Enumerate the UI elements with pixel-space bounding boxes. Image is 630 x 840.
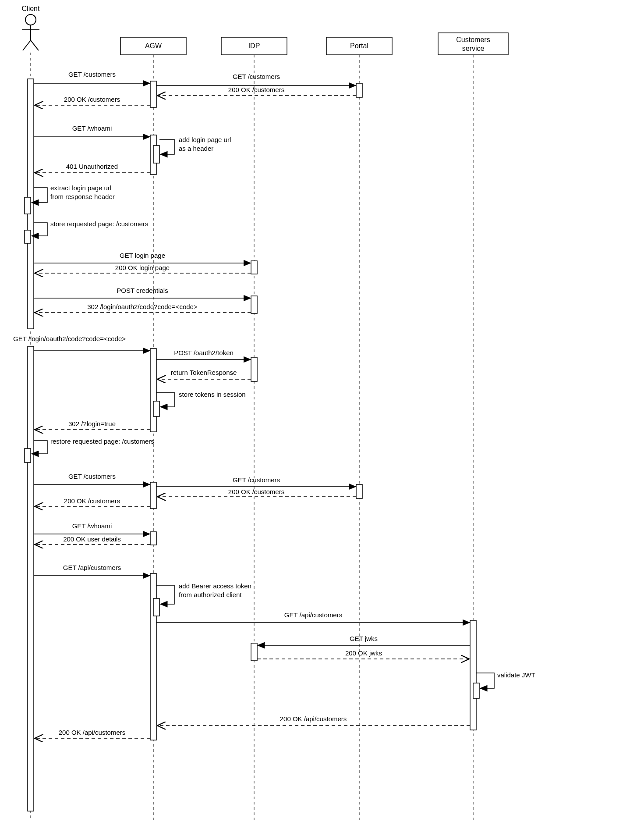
msg-200-jwks: 200 OK jwks <box>345 649 382 657</box>
activation-client-self-2 <box>25 230 31 243</box>
idp-label: IDP <box>248 42 260 50</box>
svg-line-3 <box>23 40 31 50</box>
activation-agw-1 <box>150 81 156 107</box>
msg-post-token: POST /oauth2/token <box>174 349 234 356</box>
portal-label: Portal <box>350 42 368 50</box>
msg-get-whoami-1: GET /whoami <box>72 125 112 132</box>
msg-add-login-b: as a header <box>179 145 213 152</box>
activation-client-self-3 <box>25 448 31 463</box>
msg-get-customers-1: GET /customers <box>68 71 116 78</box>
participant-idp: IDP <box>221 37 287 55</box>
msg-get-customers-3: GET /customers <box>68 473 116 480</box>
msg-get-customers-4: GET /customers <box>233 476 280 484</box>
activation-customers-self-1 <box>473 683 479 698</box>
participant-agw: AGW <box>120 37 186 55</box>
svg-line-4 <box>31 40 39 50</box>
msg-extract-b: from response header <box>50 193 115 200</box>
client-label: Client <box>22 5 40 12</box>
msg-add-login-a: add login page url <box>179 136 231 143</box>
msg-get-customers-2: GET /customers <box>233 73 280 80</box>
msg-store-tokens: store tokens in session <box>179 391 246 398</box>
participant-portal: Portal <box>326 37 392 55</box>
agw-label: AGW <box>145 42 162 50</box>
msg-store-req: store requested page: /customers <box>50 220 148 228</box>
participant-customers-service: Customers service <box>438 33 508 55</box>
activation-agw-self-2 <box>153 401 159 416</box>
msg-302-code: 302 /login/oauth2/code?code=<code> <box>87 303 198 310</box>
msg-bearer-b: from authorized client <box>179 591 242 598</box>
msg-get-api-cust: GET /api/customers <box>63 564 121 571</box>
activation-agw-3 <box>150 349 156 432</box>
msg-200-api-2: 200 OK /api/customers <box>59 729 126 736</box>
msg-401: 401 Unauthorized <box>66 163 118 170</box>
msg-200-customers-1: 200 OK /customers <box>228 86 284 93</box>
msg-get-jwks: GET jwks <box>350 635 378 642</box>
msg-bearer-a: add Bearer access token <box>179 582 251 590</box>
activation-agw-self-3 <box>153 598 159 616</box>
msg-200-customers-2: 200 OK /customers <box>64 96 120 103</box>
msg-validate-jwt: validate JWT <box>497 671 535 679</box>
activation-portal-2 <box>356 484 362 498</box>
msg-200-api-1: 200 OK /api/customers <box>280 715 347 723</box>
msg-200-customers-3: 200 OK /customers <box>228 488 284 495</box>
activation-client-self-1 <box>25 197 31 214</box>
svg-point-0 <box>25 14 36 25</box>
activation-portal-1 <box>356 83 362 97</box>
msg-get-api-cust-2: GET /api/customers <box>284 611 342 619</box>
msg-post-creds: POST credentials <box>117 287 168 294</box>
activation-idp-3 <box>251 357 257 381</box>
self-arrow-m6 <box>159 139 174 154</box>
activation-agw-5 <box>150 532 156 545</box>
activation-idp-1 <box>251 261 257 274</box>
activation-customers-1 <box>470 620 476 730</box>
activation-idp-2 <box>251 296 257 313</box>
msg-get-oauth-code: GET /login/oauth2/code?code=<code> <box>13 335 126 342</box>
msg-200-user: 200 OK user details <box>63 535 121 543</box>
activation-idp-4 <box>251 643 257 661</box>
participant-client: Client <box>22 5 40 50</box>
msg-200-customers-4: 200 OK /customers <box>64 497 120 505</box>
service-label: service <box>462 45 485 52</box>
msg-extract-a: extract login page url <box>50 184 111 192</box>
msg-return-token: return TokenResponse <box>171 369 237 376</box>
activation-client-2 <box>28 346 34 811</box>
activation-agw-self-1 <box>153 146 159 163</box>
msg-get-login: GET login page <box>120 252 165 259</box>
customers-label: Customers <box>456 36 490 43</box>
activation-agw-4 <box>150 482 156 509</box>
msg-restore-req: restore requested page: /customers <box>50 438 154 445</box>
msg-get-whoami-2: GET /whoami <box>72 522 112 530</box>
msg-302-login: 302 /?login=true <box>68 420 116 427</box>
msg-200-login: 200 OK login page <box>115 264 170 271</box>
